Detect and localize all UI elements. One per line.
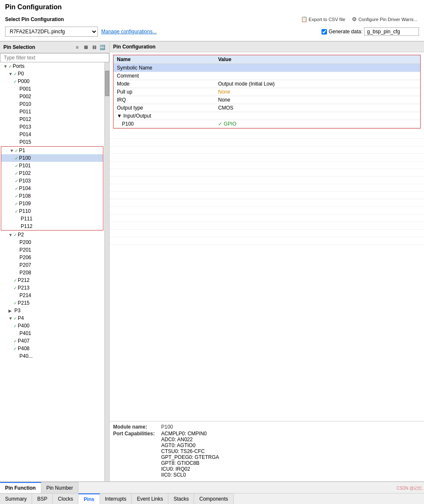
tree-item-ports[interactable]: ▼ ✓ Ports <box>0 62 104 70</box>
footer-tab-clocks[interactable]: Clocks <box>53 493 78 504</box>
empty-row-8 <box>110 184 424 192</box>
empty-row-11 <box>110 207 424 214</box>
tree-item-p103[interactable]: ✓ P103 <box>1 177 103 185</box>
config-file-dropdown[interactable]: R7FA2E1A72DFL.pincfg <box>5 27 98 37</box>
tree-item-p1[interactable]: ▼ ✓ P1 <box>1 147 103 154</box>
watermark: CSDN @记忆 <box>397 485 422 491</box>
collapse-all-icon[interactable]: ⊟ <box>91 44 97 51</box>
tree-item-p0[interactable]: ▼ ✓ P0 <box>0 70 104 78</box>
p208-label: P208 <box>19 270 31 276</box>
cap-6: ICU0: IRQ02 <box>161 466 219 472</box>
tree-item-p40x[interactable]: P40... <box>0 352 104 360</box>
tree-item-p102[interactable]: ✓ P102 <box>1 169 103 177</box>
tree-item-p213[interactable]: ✓ P213 <box>0 284 104 292</box>
comment-name-cell: Comment <box>113 72 215 80</box>
p206-label: P206 <box>19 255 31 260</box>
tree-item-p012[interactable]: P012 <box>0 115 104 123</box>
p408-label: P408 <box>18 346 30 351</box>
left-panel-title: Pin Selection <box>3 44 35 50</box>
left-panel: Pin Selection ≡ ⊞ ⊟ 🔤 ▼ ✓ Ports <box>0 42 110 481</box>
footer-tab-pins[interactable]: Pins <box>78 493 100 504</box>
tree-item-p215[interactable]: ✓ P215 <box>0 299 104 307</box>
tree-item-p407[interactable]: ✓ P407 <box>0 337 104 345</box>
sort-icon[interactable]: 🔤 <box>99 44 106 51</box>
table-row-output-type[interactable]: Output type CMOS <box>113 104 420 112</box>
tree-item-p015[interactable]: P015 <box>0 138 104 146</box>
export-csv-button[interactable]: 📋 Export to CSV file <box>299 15 347 23</box>
tree-item-p100[interactable]: ✓ P100 <box>1 154 103 162</box>
footer-tab-summary[interactable]: Summary <box>0 493 32 504</box>
empty-row-3 <box>110 146 424 154</box>
tree-item-p2[interactable]: ▼ ✓ P2 <box>0 231 104 239</box>
footer-tab-components[interactable]: Components <box>194 493 233 504</box>
expand-all-icon[interactable]: ⊞ <box>82 44 89 51</box>
tab-pin-number[interactable]: Pin Number <box>41 482 78 493</box>
list-icon[interactable]: ≡ <box>74 44 81 51</box>
tree-item-p212[interactable]: ✓ P212 <box>0 276 104 284</box>
bottom-tabs: Pin Function Pin Number <box>0 481 424 493</box>
tree-item-p4[interactable]: ▼ ✓ P4 <box>0 314 104 322</box>
bottom-info-section: Module name: P100 Port Capabilities: ACM… <box>110 421 424 481</box>
p3-expand-icon: ▶ <box>8 308 12 313</box>
tree-item-p002[interactable]: P002 <box>0 93 104 100</box>
ports-check-icon: ✓ <box>8 64 12 69</box>
configure-pin-driver-button[interactable]: ⚙ Configure Pin Driver Warni... <box>350 15 419 23</box>
tree-item-p000[interactable]: ✓ P000 <box>0 78 104 85</box>
footer-tab-stacks[interactable]: Stacks <box>168 493 194 504</box>
toolbar-row: Select Pin Configuration 📋 Export to CSV… <box>5 13 419 25</box>
manage-configurations-link[interactable]: Manage configurations... <box>101 29 157 35</box>
tree-item-p110[interactable]: ✓ P110 <box>1 207 103 215</box>
tree-item-p104[interactable]: ✓ P104 <box>1 185 103 192</box>
table-row-comment[interactable]: Comment <box>113 72 420 80</box>
tree-item-p109[interactable]: ✓ P109 <box>1 200 103 207</box>
footer-tab-event-links[interactable]: Event Links <box>132 493 168 504</box>
tree-item-p200[interactable]: P200 <box>0 239 104 246</box>
p408-check-icon: ✓ <box>14 346 17 351</box>
table-row-input-output[interactable]: ▼ Input/Output <box>113 112 420 120</box>
generate-data-checkbox[interactable] <box>321 29 327 35</box>
filter-input[interactable] <box>0 53 109 62</box>
tree-item-p400[interactable]: ✓ P400 <box>0 322 104 330</box>
cap-2: AGT0: AGTIO0 <box>161 442 219 448</box>
tree-item-p001[interactable]: P001 <box>0 85 104 93</box>
tree-item-p3[interactable]: ▶ P3 <box>0 307 104 314</box>
footer-tabs: Summary BSP Clocks Pins Interrupts Event… <box>0 493 424 504</box>
p103-check-icon: ✓ <box>15 179 18 183</box>
empty-row-13 <box>110 222 424 230</box>
table-row-p100[interactable]: P100 ✓ GPIO <box>113 120 420 128</box>
tree-item-p206[interactable]: P206 <box>0 254 104 261</box>
tab-pin-function[interactable]: Pin Function <box>0 482 41 493</box>
tree-item-p111[interactable]: P111 <box>1 215 103 223</box>
main-container: Pin Configuration Select Pin Configurati… <box>0 0 424 504</box>
tree-item-p214[interactable]: P214 <box>0 292 104 299</box>
tree-item-p112[interactable]: P112 <box>1 223 103 230</box>
empty-row-12 <box>110 214 424 222</box>
p000-label: P000 <box>18 78 30 84</box>
tree-item-p208[interactable]: P208 <box>0 269 104 276</box>
generate-data-input[interactable] <box>364 27 419 36</box>
tree-item-p201[interactable]: P201 <box>0 246 104 254</box>
p400-label: P400 <box>18 323 30 329</box>
p001-label: P001 <box>19 86 31 92</box>
p109-label: P109 <box>19 201 31 206</box>
tree-item-p408[interactable]: ✓ P408 <box>0 345 104 352</box>
tree-item-p207[interactable]: P207 <box>0 261 104 269</box>
tree-item-p010[interactable]: P010 <box>0 100 104 108</box>
capabilities-list: ACMPLP0: CMPIN0 ADC0: AN022 AGT0: AGTIO0… <box>161 431 219 478</box>
table-row-pullup[interactable]: Pull up None <box>113 88 420 96</box>
tree-item-p101[interactable]: ✓ P101 <box>1 162 103 169</box>
irq-name-cell: IRQ <box>113 96 215 104</box>
tree-item-p014[interactable]: P014 <box>0 131 104 138</box>
table-row-symbolic[interactable]: Symbolic Name <box>113 64 420 72</box>
tree-item-p011[interactable]: P011 <box>0 108 104 115</box>
left-panel-scrollbar[interactable] <box>104 62 109 481</box>
tree-item-p108[interactable]: ✓ P108 <box>1 192 103 200</box>
table-row-mode[interactable]: Mode Output mode (Initial Low) <box>113 80 420 88</box>
tree-item-p013[interactable]: P013 <box>0 123 104 131</box>
footer-tab-interrupts[interactable]: Interrupts <box>100 493 132 504</box>
port-cap-row: Port Capabilities: ACMPLP0: CMPIN0 ADC0:… <box>113 431 421 478</box>
tree-item-p401[interactable]: P401 <box>0 330 104 337</box>
p2-label: P2 <box>18 232 24 238</box>
table-row-irq[interactable]: IRQ None <box>113 96 420 104</box>
footer-tab-bsp[interactable]: BSP <box>32 493 53 504</box>
